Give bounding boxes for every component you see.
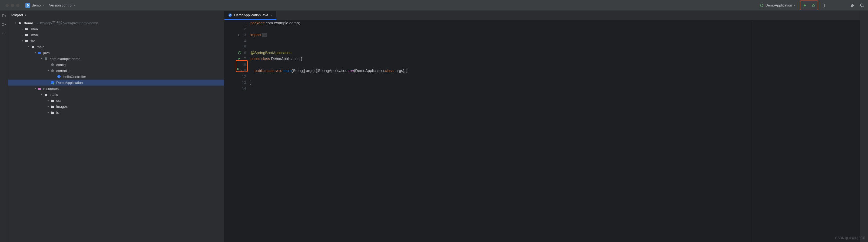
minimize-window[interactable] [11, 4, 14, 7]
tree-arrow-icon[interactable]: ▾ [27, 46, 31, 48]
tree-item-is[interactable]: ▸is [8, 109, 224, 115]
svg-rect-7 [2, 23, 3, 24]
tree-arrow-icon[interactable]: ▸ [46, 105, 50, 108]
line-number: 14 [242, 85, 246, 91]
folder-icon [50, 104, 55, 109]
tree-item-demo[interactable]: ▾demo~/Desktop/王大浪/work/java/demo/demo [8, 20, 224, 26]
play-icon [803, 3, 807, 7]
tree-arrow-icon[interactable]: ▾ [33, 51, 37, 54]
line-number: 8 [244, 62, 246, 68]
svg-point-2 [824, 4, 825, 5]
code-with-me-button[interactable] [848, 2, 856, 9]
line-number: 12 [242, 74, 246, 80]
project-tool-button[interactable] [1, 13, 7, 19]
line-number: 6 [244, 50, 246, 56]
top-bar: D demo ▾ Version control ▾ DemoApplicati… [0, 0, 868, 11]
version-control-menu[interactable]: Version control ▾ [46, 2, 78, 8]
fold-icon[interactable]: › [238, 32, 239, 38]
tree-arrow-icon[interactable]: ▸ [20, 33, 24, 36]
tree-item-css[interactable]: ▸css [8, 98, 224, 103]
tree-arrow-icon[interactable]: ▾ [33, 87, 37, 90]
tree-label: config [56, 63, 66, 67]
tree-arrow-icon[interactable]: ▾ [46, 69, 50, 72]
folder-icon [24, 33, 29, 37]
folder-icon [24, 39, 29, 43]
structure-tool-button[interactable] [1, 22, 7, 27]
package-icon [50, 62, 55, 67]
tree-item-static[interactable]: ▾static [8, 91, 224, 98]
tree-item-src[interactable]: ▾src [8, 38, 224, 44]
code-body[interactable]: package com.example.demo; import ... @Sp… [249, 20, 752, 242]
tree-item-config[interactable]: config [8, 62, 224, 68]
tree-arrow-icon[interactable]: ▸ [46, 111, 50, 114]
chevron-down-icon: ▾ [74, 4, 75, 7]
folder-icon [31, 45, 35, 49]
debug-button[interactable] [810, 2, 817, 9]
folder-icon [50, 98, 55, 103]
run-class-icon[interactable] [238, 57, 241, 60]
tree-arrow-icon[interactable]: ▾ [20, 39, 24, 42]
line-number: 13 [242, 80, 246, 85]
tree-arrow-icon[interactable]: ▾ [39, 93, 44, 96]
more-actions-button[interactable] [820, 2, 828, 9]
structure-icon [2, 22, 6, 27]
tree-label: main [37, 45, 44, 49]
tree-label: resources [43, 87, 59, 91]
spring-bean-icon[interactable] [238, 51, 241, 54]
run-debug-highlight [800, 1, 818, 10]
tree-label: com.example.demo [50, 57, 80, 61]
tree-item-images[interactable]: ▸images [8, 103, 224, 109]
tree-label: .mvn [30, 33, 38, 37]
bug-icon [811, 3, 815, 7]
tree-label: HelloController [63, 75, 86, 79]
search-icon [860, 3, 864, 7]
tree-item-controller[interactable]: ▾controller [8, 68, 224, 74]
tab-demoapplication[interactable]: C DemoApplication.java × [224, 11, 276, 20]
folder-icon [44, 92, 48, 97]
line-number: 2 [244, 26, 246, 32]
svg-point-11 [51, 63, 54, 66]
class-icon: C [57, 75, 61, 79]
tree-arrow-icon[interactable]: ▸ [46, 99, 50, 102]
tree-arrow-icon[interactable]: ▸ [20, 28, 24, 30]
tree-item-java[interactable]: ▾java [8, 50, 224, 56]
svg-text:C: C [229, 14, 231, 17]
close-window[interactable] [5, 4, 9, 7]
spring-class-icon: C [228, 13, 232, 17]
tree-item-main[interactable]: ▾main [8, 44, 224, 50]
project-badge-icon: D [25, 3, 30, 8]
svg-point-4 [824, 6, 825, 7]
run-button[interactable] [801, 2, 808, 9]
sidebar-header[interactable]: Project ▾ [8, 11, 224, 19]
close-icon[interactable]: × [270, 13, 273, 17]
run-main-icon[interactable]: › [237, 68, 242, 74]
code-editor[interactable]: 1 2 ›3 4 5 6 7 8 ›9 12 13 14 package com… [224, 20, 860, 242]
svg-rect-8 [2, 25, 3, 26]
tree-item-demoapplication[interactable]: DemoApplication [8, 80, 224, 85]
tree-item-com-example-demo[interactable]: ▾com.example.demo [8, 56, 224, 62]
line-number: 1 [244, 20, 246, 26]
tree-arrow-icon[interactable]: ▾ [39, 57, 44, 60]
svg-point-10 [44, 57, 47, 60]
line-number: 7 [244, 56, 246, 62]
svg-rect-9 [5, 24, 6, 25]
person-add-icon [850, 3, 855, 7]
tree-item-hellocontroller[interactable]: CHelloController [8, 74, 224, 80]
svg-point-6 [861, 4, 863, 6]
project-selector[interactable]: D demo ▾ [23, 2, 46, 9]
right-tool-rail [860, 11, 868, 242]
more-tools-button[interactable]: ⋯ [1, 30, 7, 36]
tree-label: java [43, 51, 50, 55]
svg-point-3 [824, 5, 825, 6]
tree-arrow-icon[interactable]: ▾ [13, 22, 18, 24]
tree-item--mvn[interactable]: ▸.mvn [8, 32, 224, 38]
tree-item--idea[interactable]: ▸.idea [8, 26, 224, 32]
tree-item-resources[interactable]: ▾resources [8, 85, 224, 91]
svg-point-12 [51, 69, 54, 72]
maximize-window[interactable] [16, 4, 20, 7]
search-button[interactable] [858, 2, 866, 9]
tab-label: DemoApplication.java [234, 13, 268, 17]
run-config-selector[interactable]: DemoApplication ▾ [757, 2, 798, 9]
tree-label: is [56, 110, 59, 114]
chevron-down-icon: ▾ [794, 4, 795, 7]
